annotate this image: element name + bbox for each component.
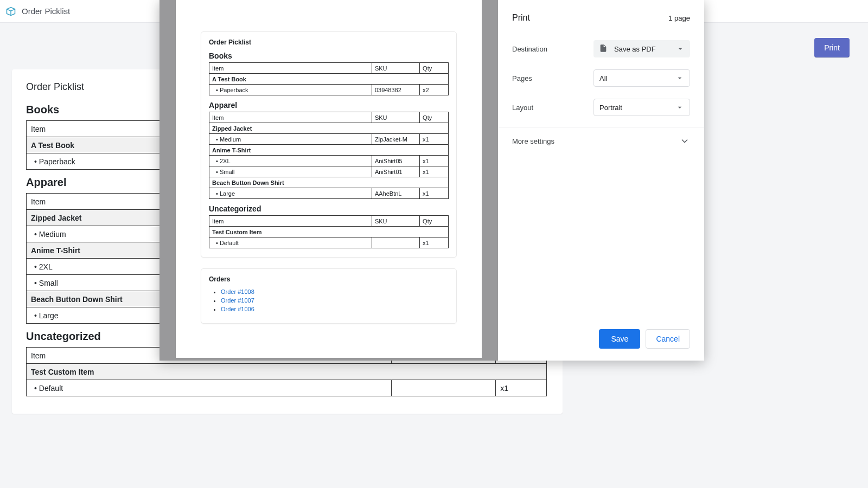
dialog-actions: Save Cancel bbox=[599, 329, 690, 349]
destination-value: Save as PDF bbox=[614, 45, 656, 53]
destination-dropdown[interactable]: Save as PDF bbox=[593, 40, 690, 57]
chevron-down-icon bbox=[675, 103, 684, 112]
pages-dropdown[interactable]: All bbox=[593, 69, 690, 87]
preview-section-uncategorized: Uncategorized bbox=[209, 204, 449, 213]
order-link[interactable]: Order #1007 bbox=[221, 297, 254, 304]
pages-value: All bbox=[599, 74, 607, 82]
print-dialog-overlay: Order Picklist Books ItemSKUQty A Test B… bbox=[0, 0, 868, 488]
print-dialog: Order Picklist Books ItemSKUQty A Test B… bbox=[159, 0, 704, 361]
destination-label: Destination bbox=[512, 45, 593, 53]
layout-label: Layout bbox=[512, 104, 593, 112]
preview-section-books: Books bbox=[209, 52, 449, 60]
preview-orders-card: Orders Order #1008 Order #1007 Order #10… bbox=[201, 268, 457, 324]
preview-section-apparel: Apparel bbox=[209, 101, 449, 110]
list-item: Order #1007 bbox=[221, 297, 449, 304]
print-settings-panel: Print 1 page Destination Save as PDF Pag… bbox=[498, 0, 704, 361]
file-icon bbox=[599, 44, 609, 54]
row-layout: Layout Portrait bbox=[512, 98, 690, 117]
preview-table-books: ItemSKUQty A Test Book • Paperback039483… bbox=[209, 62, 449, 95]
more-settings-toggle[interactable]: More settings bbox=[512, 127, 690, 155]
row-pages: Pages All bbox=[512, 68, 690, 88]
more-settings-label: More settings bbox=[512, 137, 554, 145]
preview-table-apparel: ItemSKUQty Zipped Jacket • MediumZipJack… bbox=[209, 112, 449, 199]
print-dialog-title: Print bbox=[512, 13, 530, 23]
print-preview-area[interactable]: Order Picklist Books ItemSKUQty A Test B… bbox=[159, 0, 498, 361]
pages-label: Pages bbox=[512, 74, 593, 82]
row-destination: Destination Save as PDF bbox=[512, 39, 690, 59]
preview-card-title: Order Picklist bbox=[209, 38, 449, 46]
order-link[interactable]: Order #1006 bbox=[221, 306, 254, 312]
cancel-button[interactable]: Cancel bbox=[646, 329, 690, 349]
chevron-down-icon bbox=[676, 44, 685, 53]
preview-table-uncategorized: ItemSKUQty Test Custom Item • Defaultx1 bbox=[209, 215, 449, 248]
preview-orders-title: Orders bbox=[209, 275, 449, 283]
page-count: 1 page bbox=[668, 14, 690, 22]
layout-value: Portrait bbox=[599, 104, 622, 112]
layout-dropdown[interactable]: Portrait bbox=[593, 99, 690, 116]
save-button[interactable]: Save bbox=[599, 329, 640, 349]
list-item: Order #1008 bbox=[221, 288, 449, 295]
print-preview-page: Order Picklist Books ItemSKUQty A Test B… bbox=[176, 0, 482, 358]
chevron-down-icon bbox=[675, 74, 684, 82]
list-item: Order #1006 bbox=[221, 306, 449, 312]
order-link[interactable]: Order #1008 bbox=[221, 288, 254, 295]
chevron-down-icon bbox=[679, 136, 690, 146]
preview-picklist-card: Order Picklist Books ItemSKUQty A Test B… bbox=[201, 31, 457, 258]
